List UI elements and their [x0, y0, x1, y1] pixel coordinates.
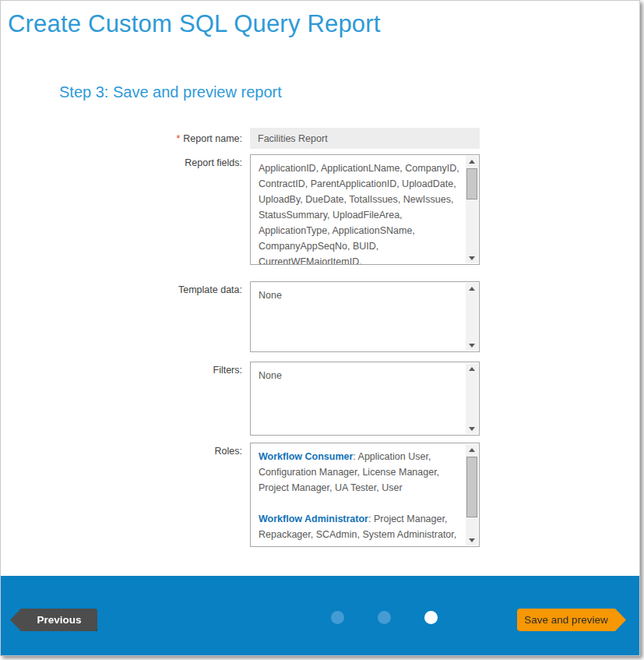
required-marker: *	[176, 133, 180, 144]
step-dots	[331, 611, 438, 624]
scrollbar-thumb[interactable]	[466, 168, 477, 199]
step-dot-1[interactable]	[331, 611, 344, 624]
form-row-template-data: Template data: None	[1, 281, 639, 352]
roles-label: Roles:	[1, 443, 242, 457]
step-heading: Step 3: Save and preview report	[59, 83, 282, 101]
template-data-value: None	[251, 282, 466, 351]
role-name: Workflow Consumer	[259, 451, 353, 462]
previous-button[interactable]: Previous	[10, 609, 97, 631]
roles-value: Workflow Consumer: Application User, Con…	[251, 443, 466, 546]
report-summary-form: *Report name: Report fields: Application…	[1, 128, 639, 547]
wizard-page: Create Custom SQL Query Report Step 3: S…	[0, 0, 640, 656]
role-entry: Workflow Consumer: Application User, Con…	[259, 449, 463, 496]
form-row-report-fields: Report fields: ApplicationID, Applicatio…	[1, 154, 639, 265]
template-data-scrollbar[interactable]	[466, 283, 478, 351]
role-name: Workflow Administrator	[259, 514, 368, 524]
step-dot-2[interactable]	[378, 611, 391, 624]
filters-scrollbar[interactable]	[466, 363, 478, 434]
scrollbar-thumb[interactable]	[466, 457, 477, 517]
roles-scrollbar[interactable]	[466, 444, 478, 545]
report-fields-value: ApplicationID, ApplicationLName, Company…	[251, 155, 466, 264]
report-fields-label: Report fields:	[1, 154, 242, 168]
scroll-up-icon[interactable]	[466, 283, 478, 294]
step-dot-3[interactable]	[424, 611, 438, 624]
filters-value: None	[251, 362, 466, 435]
scroll-up-icon[interactable]	[466, 156, 478, 167]
scroll-down-icon[interactable]	[466, 423, 478, 434]
form-row-report-name: *Report name:	[1, 128, 639, 149]
filters-box[interactable]: None	[250, 362, 480, 436]
scroll-up-icon[interactable]	[466, 363, 478, 374]
report-name-input[interactable]	[250, 128, 480, 149]
template-data-box[interactable]: None	[250, 281, 480, 352]
save-and-preview-button[interactable]: Save and preview	[517, 609, 626, 631]
roles-box[interactable]: Workflow Consumer: Application User, Con…	[250, 443, 480, 547]
wizard-footer: Previous Save and preview	[1, 576, 639, 655]
filters-label: Filters:	[1, 362, 242, 376]
scroll-down-icon[interactable]	[466, 535, 478, 545]
report-fields-box[interactable]: ApplicationID, ApplicationLName, Company…	[250, 154, 480, 265]
form-row-filters: Filters: None	[1, 362, 639, 436]
scroll-down-icon[interactable]	[466, 252, 478, 263]
page-title: Create Custom SQL Query Report	[8, 10, 381, 38]
report-name-label: *Report name:	[1, 128, 242, 144]
form-row-roles: Roles: Workflow Consumer: Application Us…	[1, 443, 639, 547]
role-entry: Workflow Administrator: Project Manager,…	[259, 511, 463, 546]
scroll-up-icon[interactable]	[466, 444, 478, 455]
report-fields-scrollbar[interactable]	[466, 156, 478, 263]
scroll-down-icon[interactable]	[466, 340, 478, 351]
template-data-label: Template data:	[1, 281, 242, 295]
